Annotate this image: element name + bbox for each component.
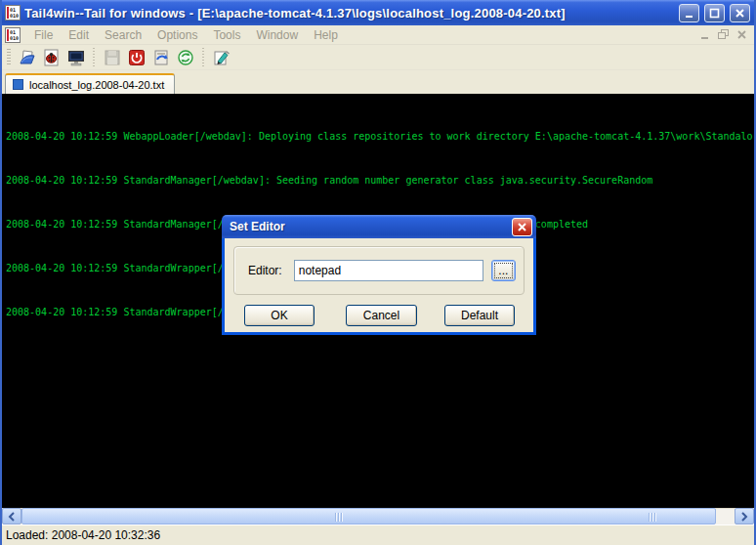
scrollbar-thumb[interactable]: [21, 508, 716, 524]
dialog-close-button[interactable]: [512, 218, 532, 236]
toolbar-separator: [202, 48, 204, 67]
set-editor-dialog: Set Editor Editor: ... OK Cancel Default: [222, 215, 536, 335]
refresh-button[interactable]: [173, 46, 197, 69]
toolbar-separator: [93, 48, 95, 67]
clear-button[interactable]: [148, 46, 173, 69]
menu-options[interactable]: Options: [149, 26, 205, 44]
status-bar: Loaded: 2008-04-20 10:32:36: [2, 524, 754, 545]
log-line: 2008-04-20 10:12:59 StandardManager[/web…: [6, 173, 754, 188]
scrollbar-grip: [335, 513, 344, 522]
toolbar-grip[interactable]: [7, 49, 11, 66]
title-bar: 01010 Tail4win--Tail for windows - [E:\a…: [2, 0, 754, 25]
menu-file[interactable]: File: [26, 26, 61, 44]
scroll-left-button[interactable]: [2, 508, 21, 524]
scroll-right-button[interactable]: [735, 508, 754, 524]
monitor-button[interactable]: [63, 46, 88, 69]
mdi-window-controls: [698, 29, 748, 40]
toolbar: [2, 45, 754, 70]
open-log-button[interactable]: [15, 46, 39, 69]
menu-help[interactable]: Help: [306, 26, 346, 44]
browse-button-label: ...: [498, 264, 508, 277]
minimize-icon: [684, 8, 694, 19]
chevron-left-icon: [8, 512, 16, 522]
horizontal-scrollbar: [2, 508, 754, 524]
save-icon: [103, 48, 122, 67]
log-file-icon: [13, 79, 23, 90]
window-title: Tail4win--Tail for windows - [E:\apache-…: [24, 6, 674, 21]
close-icon: [735, 8, 745, 19]
dialog-title: Set Editor: [230, 220, 512, 233]
bug-filter-icon: [42, 48, 62, 67]
editor-label: Editor:: [248, 264, 286, 277]
app-icon: 01010: [5, 5, 21, 21]
menu-search[interactable]: Search: [97, 26, 149, 44]
mdi-restore-icon[interactable]: [717, 29, 730, 40]
dialog-title-bar: Set Editor: [222, 215, 536, 238]
editor-groupbox: Editor: ...: [233, 246, 525, 295]
refresh-icon: [176, 48, 195, 67]
mdi-close-icon[interactable]: [735, 29, 748, 40]
menu-bar: 01010 File Edit Search Options Tools Win…: [2, 25, 754, 45]
clear-icon: [151, 48, 171, 67]
minimize-button[interactable]: [679, 4, 699, 22]
app-window: 01010 Tail4win--Tail for windows - [E:\a…: [0, 0, 756, 545]
mdi-minimize-icon[interactable]: [698, 29, 711, 40]
maximize-icon: [709, 8, 720, 19]
close-icon: [517, 222, 527, 232]
browse-button[interactable]: ...: [491, 260, 516, 281]
chevron-right-icon: [740, 512, 748, 522]
tab-bar: localhost_log.2008-04-20.txt: [2, 70, 754, 94]
save-button[interactable]: [100, 46, 124, 69]
menu-edit[interactable]: Edit: [61, 26, 97, 44]
close-button[interactable]: [730, 4, 750, 22]
scrollbar-grip: [649, 513, 657, 522]
status-text: Loaded: 2008-04-20 10:32:36: [6, 528, 160, 542]
open-log-icon: [18, 48, 37, 67]
set-editor-button[interactable]: [209, 46, 233, 69]
stop-button[interactable]: [124, 46, 148, 69]
menu-window[interactable]: Window: [248, 26, 306, 44]
log-line: 2008-04-20 10:12:59 WebappLoader[/webdav…: [6, 129, 754, 144]
document-system-icon[interactable]: 01010: [5, 27, 21, 43]
tab-localhost-log[interactable]: localhost_log.2008-04-20.txt: [5, 73, 175, 94]
dialog-body: Editor: ... OK Cancel Default: [222, 238, 536, 335]
editor-input[interactable]: [294, 260, 483, 281]
bug-filter-button[interactable]: [39, 46, 63, 69]
set-editor-icon: [212, 48, 231, 67]
stop-icon: [127, 48, 147, 67]
monitor-icon: [66, 48, 86, 67]
menu-tools[interactable]: Tools: [205, 26, 248, 44]
tab-label: localhost_log.2008-04-20.txt: [29, 79, 164, 91]
ok-button[interactable]: OK: [244, 305, 315, 326]
cancel-button[interactable]: Cancel: [346, 305, 417, 326]
maximize-button[interactable]: [704, 4, 725, 22]
default-button[interactable]: Default: [444, 305, 515, 326]
